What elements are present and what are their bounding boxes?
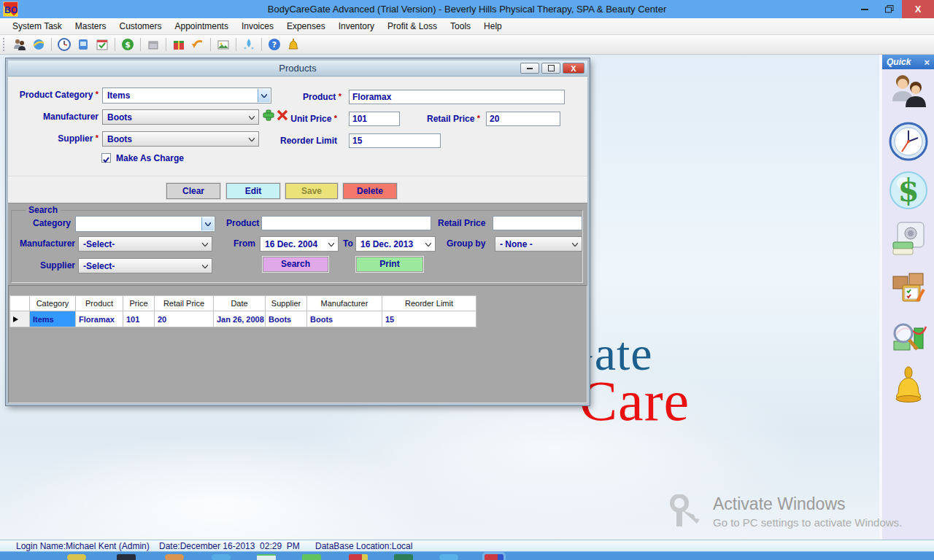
grid-header[interactable]: Reorder Limit [382,295,476,311]
couple-icon[interactable] [888,72,929,113]
from-date-combo[interactable]: 16 Dec. 2004 [260,236,339,252]
search-button[interactable]: Search [263,257,328,272]
report-search-icon[interactable] [888,316,929,357]
cell-supplier[interactable]: Boots [265,311,307,327]
grid-header[interactable]: Price [123,295,155,311]
delete-button[interactable]: Delete [343,183,397,199]
product-input[interactable]: Floramax [349,90,565,104]
retail-price-input[interactable]: 20 [486,112,560,126]
undo-icon[interactable] [188,36,207,53]
bell-icon[interactable] [284,36,303,53]
taskbar-icon[interactable] [349,554,368,560]
taskbar-icon[interactable] [117,554,136,560]
make-as-charge-checkbox[interactable] [101,153,111,163]
clock-icon[interactable] [888,121,929,162]
clock-icon[interactable] [55,36,74,53]
taskbar-icon[interactable] [165,554,184,560]
search-retail-price-label: Retail Price [438,218,485,228]
taskbar-icon[interactable] [439,554,458,560]
print-button[interactable]: Print [356,257,423,272]
group-by-combo[interactable]: - None - [495,236,582,252]
cell-reorder-limit[interactable]: 15 [382,311,476,327]
cell-category[interactable]: Items [29,311,76,327]
restore-button[interactable] [877,0,902,18]
app-logo-icon: BO [3,1,18,17]
close-button[interactable]: X [902,0,934,18]
dialog-maximize-button[interactable] [541,63,560,74]
search-manufacturer-combo[interactable]: -Select- [78,236,212,252]
grid-header[interactable]: Supplier [265,295,307,311]
chevron-down-icon[interactable] [201,217,214,230]
cell-retail-price[interactable]: 20 [154,311,214,327]
taskbar-icon[interactable] [302,554,321,560]
cell-manufacturer[interactable]: Boots [306,311,382,327]
taskbar-icon[interactable] [67,554,86,560]
minimize-button[interactable] [852,0,877,18]
shipment-icon[interactable] [888,268,929,308]
taskbar-icon[interactable] [257,554,276,560]
menu-item-masters[interactable]: Masters [69,21,113,31]
cell-price[interactable]: 101 [123,311,155,327]
product-category-combo[interactable]: Items [102,88,271,104]
status-date: Date:December 16-2013 02:29 PM [159,541,300,551]
reorder-limit-input[interactable]: 15 [349,133,441,148]
grid-header[interactable]: Category [29,295,76,311]
search-product-input[interactable] [261,216,431,230]
save-button[interactable]: Save [285,183,338,199]
reorder-limit-label: Reorder Limit [250,136,337,146]
dialog-close-button[interactable]: X [563,63,584,74]
menu-bar: System Task Masters Customers Appointmen… [0,18,934,35]
cell-date[interactable]: Jan 26, 2008 [213,311,266,327]
grid-header-selector [9,295,30,311]
taskbar-icon[interactable] [394,554,413,560]
menu-item-invoices[interactable]: Invoices [235,21,280,31]
menu-item-help[interactable]: Help [477,21,509,31]
search-retail-price-input[interactable] [493,216,582,230]
dollar-icon[interactable]: $ [888,170,929,211]
taskbar-icon[interactable] [212,554,231,560]
menu-item-system-task[interactable]: System Task [6,21,69,31]
menu-item-customers[interactable]: Customers [113,21,169,31]
grid-header[interactable]: Date [213,295,266,311]
window-title: BodyCareGate Advanced (Trial Version) - … [0,4,934,15]
travel-icon[interactable] [29,36,48,53]
quick-panel-close-icon[interactable]: × [924,57,930,68]
staff-icon[interactable] [10,36,29,53]
phone-icon[interactable] [74,36,93,53]
help-icon[interactable]: ? [265,36,284,53]
dialog-minimize-button[interactable] [520,63,539,74]
money-icon[interactable]: $ [118,36,137,53]
menu-item-tools[interactable]: Tools [444,21,477,31]
desktop: BO BodyCareGate Advanced (Trial Version)… [0,0,934,560]
edit-button[interactable]: Edit [226,183,280,199]
supplier-combo[interactable]: Boots [102,131,259,147]
calendar-icon[interactable] [93,36,112,53]
menu-item-appointments[interactable]: Appointments [169,21,235,31]
table-row[interactable]: Items Floramax 101 20 Jan 26, 2008 Boots… [10,311,476,327]
grid-header[interactable]: Manufacturer [306,295,382,311]
cell-product[interactable]: Floramax [75,311,123,327]
to-date-combo[interactable]: 16 Dec. 2013 [355,236,436,252]
vault-icon[interactable] [888,219,929,260]
results-grid: Category Product Price Retail Price Date… [10,295,476,327]
search-group-title: Search [26,205,61,215]
menu-item-inventory[interactable]: Inventory [332,21,381,31]
clear-button[interactable]: Clear [166,183,220,199]
bell-icon[interactable] [888,365,929,406]
search-category-combo[interactable] [75,216,215,232]
svg-text:?: ? [272,40,277,50]
stock-icon[interactable] [144,36,163,53]
menu-item-profit-loss[interactable]: Profit & Loss [381,21,444,31]
gift-icon[interactable] [169,36,188,53]
taskbar[interactable] [0,551,934,560]
gallery-icon[interactable] [214,36,233,53]
search-supplier-combo[interactable]: -Select- [78,258,212,273]
menu-item-expenses[interactable]: Expenses [280,21,332,31]
grid-header[interactable]: Retail Price [154,295,214,311]
manufacturer-combo[interactable]: Boots [102,109,259,125]
splash-icon[interactable] [239,36,258,53]
search-supplier-label: Supplier [8,260,75,271]
taskbar-icon-active[interactable] [485,554,503,560]
row-selector[interactable] [9,311,30,327]
grid-header[interactable]: Product [75,295,123,311]
